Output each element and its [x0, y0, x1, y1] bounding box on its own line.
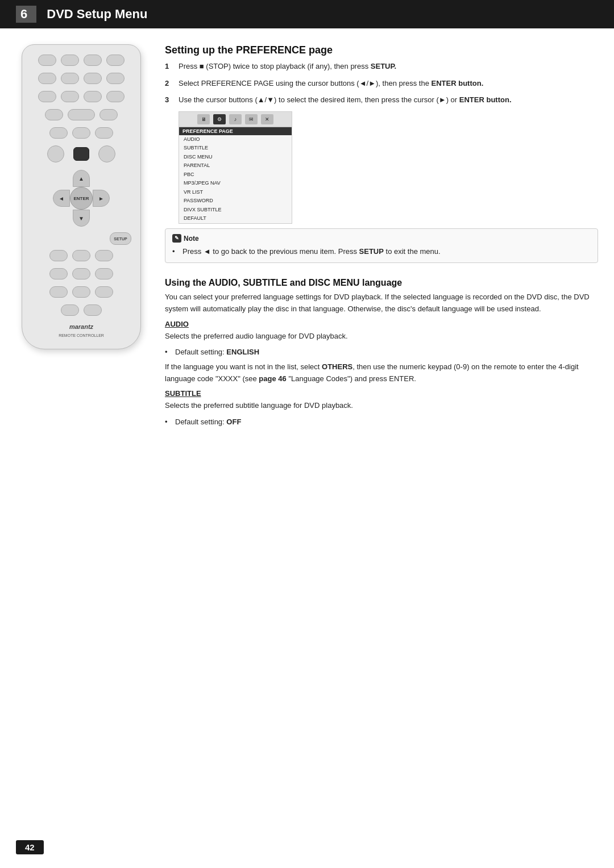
step-1-num: 1 [165, 61, 173, 72]
menu-icon-5: ✕ [261, 114, 273, 124]
section2: Using the AUDIO, SUBTITLE and DISC MENU … [165, 274, 598, 429]
remote-btn [45, 109, 63, 120]
bullet-dot: • [172, 246, 178, 257]
menu-header: PREFERENCE PAGE [179, 127, 292, 135]
audio-heading: AUDIO [165, 320, 598, 328]
remote-row-5 [49, 127, 113, 139]
remote-row-6 [49, 250, 113, 261]
remote-btn [72, 250, 90, 261]
remote-row-8 [49, 286, 113, 298]
step-2-text: Select PREFERENCE PAGE using the cursor … [179, 78, 598, 89]
section2-heading: Using the AUDIO, SUBTITLE and DISC MENU … [165, 278, 598, 288]
remote-btn-wide [68, 109, 95, 120]
bullet-dot: • [165, 347, 171, 358]
remote-btn [95, 250, 113, 261]
remote-btn [72, 268, 90, 279]
step-2: 2 Select PREFERENCE PAGE using the curso… [165, 78, 598, 89]
setup-btn-row: SETUP [31, 232, 131, 245]
page-number: 42 [16, 840, 44, 854]
subtitle-section: SUBTITLE Selects the preferred subtitle … [165, 389, 598, 427]
main-content: ▲ ◄ ENTER ► ▼ SETUP [0, 28, 614, 445]
dpad-up-row: ▲ [73, 170, 90, 187]
subtitle-default-text: Default setting: OFF [175, 416, 241, 428]
remote-btn [38, 73, 56, 84]
remote-sub-label: REMOTE CONTROLLER [59, 333, 104, 337]
audio-default-text: Default setting: ENGLISH [175, 347, 259, 358]
audio-extra: If the language you want is not in the l… [165, 361, 598, 385]
remote-btn [49, 250, 68, 261]
remote-row-7 [49, 268, 113, 279]
remote-btn [38, 55, 56, 66]
remote-brand: marantz [69, 323, 93, 330]
remote-btn [49, 268, 68, 279]
remote-row-2 [38, 73, 125, 84]
remote-row-3 [38, 91, 125, 102]
step-3: 3 Use the cursor buttons (▲/▼) to select… [165, 94, 598, 106]
remote-row-stop [47, 145, 115, 162]
remote-row-4 [45, 109, 118, 120]
remote-row-1 [38, 55, 125, 66]
remote-btn [49, 127, 68, 139]
step-3-num: 3 [165, 94, 173, 106]
step-3-text: Use the cursor buttons (▲/▼) to select t… [179, 94, 598, 106]
subtitle-desc: Selects the preferred subtitle language … [165, 400, 598, 412]
section1: Setting up the PREFERENCE page 1 Press ■… [165, 44, 598, 266]
remote-btn [106, 73, 125, 84]
menu-icons-row: 🖥 ⚙ ♪ ✉ ✕ [179, 112, 292, 127]
note-label: Note [184, 233, 199, 244]
remote-btn [72, 286, 90, 298]
chapter-number: 6 [16, 6, 36, 23]
note-icon: ✎ [172, 234, 181, 243]
section1-heading: Setting up the PREFERENCE page [165, 44, 598, 56]
remote-btn [61, 304, 79, 316]
menu-item-default: DEFAULT [179, 214, 292, 223]
remote-btn [95, 286, 113, 298]
remote-area: ▲ ◄ ENTER ► ▼ SETUP [16, 44, 147, 429]
step-2-num: 2 [165, 78, 173, 89]
remote-btn [38, 91, 56, 102]
menu-item-subtitle: SUBTITLE [179, 144, 292, 153]
menu-icon-3: ♪ [229, 114, 242, 124]
step-1: 1 Press ■ (STOP) twice to stop playback … [165, 61, 598, 72]
menu-item-disc-menu: DISC MENU [179, 153, 292, 162]
section2-body: You can select your preferred language s… [165, 291, 598, 315]
remote-btn [84, 55, 102, 66]
menu-item-vr-list: VR LIST [179, 188, 292, 197]
subtitle-default: • Default setting: OFF [165, 416, 598, 428]
setup-btn: SETUP [110, 232, 131, 245]
note-box: ✎ Note • Press ◄ to go back to the previ… [165, 228, 598, 264]
menu-item-parental: PARENTAL [179, 161, 292, 170]
bullet-dot: • [165, 416, 171, 428]
note-text: Press ◄ to go back to the previous menu … [182, 246, 441, 257]
remote-btn [106, 91, 125, 102]
remote-btn [72, 127, 90, 139]
menu-item-divx: DIVX SUBTITLE [179, 206, 292, 215]
remote-btn [99, 109, 118, 120]
menu-icon-4: ✉ [245, 114, 258, 124]
note-bullet: • Press ◄ to go back to the previous men… [172, 246, 591, 257]
step-1-text: Press ■ (STOP) twice to stop playback (i… [179, 61, 598, 72]
chapter-header: 6 DVD Setup Menu [0, 0, 614, 28]
remote-btn [84, 91, 102, 102]
remote-btn [95, 268, 113, 279]
dpad-enter-btn: ENTER [70, 187, 93, 210]
menu-item-mp3jpeg: MP3/JPEG NAV [179, 179, 292, 188]
audio-desc: Selects the preferred audio language for… [165, 331, 598, 343]
dpad-left-btn: ◄ [53, 190, 70, 207]
remote-btn [106, 55, 125, 66]
chapter-title: DVD Setup Menu [47, 7, 147, 22]
remote-dpad: ▲ ◄ ENTER ► ▼ [53, 170, 110, 227]
remote-btn [61, 91, 79, 102]
dpad-down-row: ▼ [73, 210, 90, 227]
remote-btn [84, 304, 102, 316]
menu-icon-1: 🖥 [197, 114, 210, 124]
dpad-up-btn: ▲ [73, 170, 90, 187]
menu-screenshot: 🖥 ⚙ ♪ ✉ ✕ PREFERENCE PAGE AUDIO SUBTITLE… [179, 111, 292, 224]
dpad-down-btn: ▼ [73, 210, 90, 227]
remote-btn [61, 73, 79, 84]
remote-controller: ▲ ◄ ENTER ► ▼ SETUP [22, 44, 141, 349]
dpad-right-btn: ► [93, 190, 110, 207]
remote-round-btn [47, 145, 64, 162]
subtitle-heading: SUBTITLE [165, 389, 598, 398]
right-content: Setting up the PREFERENCE page 1 Press ■… [165, 44, 598, 429]
